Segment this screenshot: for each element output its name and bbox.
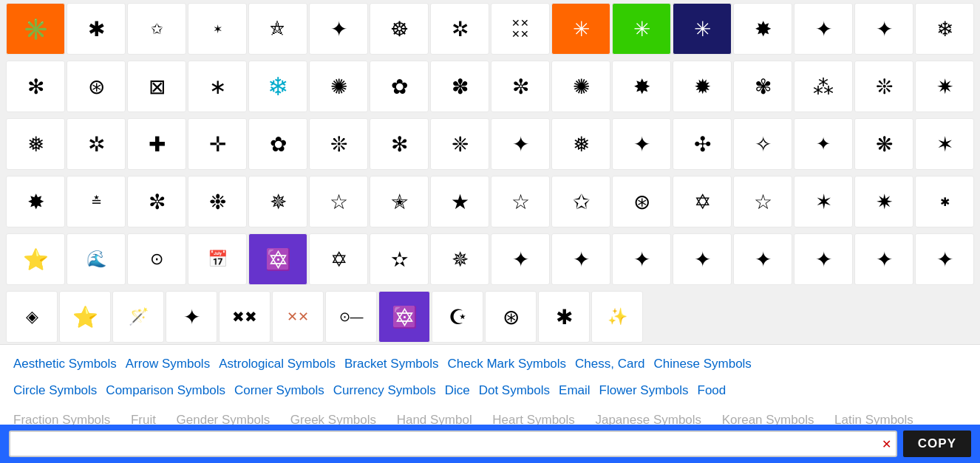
symbol-cell[interactable]: ✦: [854, 3, 913, 55]
symbol-cell[interactable]: ☪: [432, 291, 483, 343]
symbol-cell[interactable]: ✦: [309, 3, 368, 55]
symbol-cell[interactable]: ⊛: [612, 176, 671, 227]
symbol-cell[interactable]: ❊: [854, 61, 913, 112]
symbol-cell[interactable]: ✣: [673, 118, 732, 170]
symbol-cell[interactable]: ☆: [309, 176, 368, 227]
symbol-cell[interactable]: ✶: [915, 118, 974, 170]
category-email[interactable]: Email: [557, 380, 592, 401]
symbol-cell[interactable]: ❉: [188, 176, 247, 227]
category-food[interactable]: Food: [696, 380, 728, 401]
symbol-cell[interactable]: ✲: [67, 118, 126, 170]
category-chinese[interactable]: Chinese Symbols: [653, 354, 753, 374]
symbol-cell[interactable]: ⊛: [485, 291, 537, 343]
symbol-cell[interactable]: ✭: [370, 176, 429, 227]
symbol-cell[interactable]: ✱: [67, 3, 126, 55]
symbol-cell[interactable]: ∗: [188, 61, 247, 112]
symbol-cell[interactable]: ✿: [370, 61, 429, 112]
symbol-cell[interactable]: ❄: [248, 61, 307, 112]
symbol-cell[interactable]: ✶: [794, 176, 853, 227]
category-aesthetic[interactable]: Aesthetic Symbols: [12, 354, 118, 374]
symbol-cell[interactable]: ✦: [673, 233, 732, 285]
category-chess[interactable]: Chess, Card: [574, 354, 646, 374]
category-corner[interactable]: Corner Symbols: [233, 380, 326, 401]
symbol-cell[interactable]: ✦: [794, 233, 853, 285]
symbol-cell[interactable]: ✶: [188, 3, 247, 55]
symbol-cell-green[interactable]: ✳: [612, 3, 671, 55]
symbol-cell[interactable]: ≛: [67, 176, 126, 227]
symbol-cell[interactable]: ✹: [673, 61, 732, 112]
symbol-cell[interactable]: ✼: [127, 176, 186, 227]
category-circle[interactable]: Circle Symbols: [12, 380, 98, 401]
symbol-cell[interactable]: ✺: [309, 61, 368, 112]
symbol-cell[interactable]: ✽: [430, 61, 489, 112]
symbol-cell[interactable]: ✕✕: [272, 291, 324, 343]
symbol-cell[interactable]: ✦: [491, 233, 550, 285]
symbol-cell[interactable]: 🌊: [67, 233, 126, 285]
symbol-cell[interactable]: ✸: [6, 176, 65, 227]
symbol-cell[interactable]: ⛤: [248, 3, 307, 55]
symbol-cell[interactable]: 🪄: [112, 291, 164, 343]
symbol-cell[interactable]: ✦: [854, 233, 913, 285]
symbol-cell[interactable]: ✻: [370, 118, 429, 170]
symbol-cell-orange[interactable]: ✳: [551, 3, 610, 55]
symbol-cell-purple2[interactable]: 🔯: [378, 291, 430, 343]
symbol-cell[interactable]: ⊙: [127, 233, 186, 285]
symbol-cell[interactable]: ⁂: [794, 61, 853, 112]
symbol-cell[interactable]: ✸: [733, 3, 792, 55]
symbol-cell[interactable]: ❅: [551, 118, 610, 170]
symbol-cell[interactable]: ✡: [673, 176, 732, 227]
symbol-cell[interactable]: ✚: [127, 118, 186, 170]
symbol-cell-dark[interactable]: ✳: [673, 3, 732, 55]
symbol-cell[interactable]: ✵: [430, 233, 489, 285]
symbol-cell[interactable]: ✦: [491, 118, 550, 170]
category-arrow[interactable]: Arrow Symbols: [124, 354, 211, 374]
symbol-cell[interactable]: ✲: [430, 3, 489, 55]
category-currency[interactable]: Currency Symbols: [332, 380, 438, 401]
symbol-cell[interactable]: ✾: [733, 61, 792, 112]
symbol-cell[interactable]: ✿: [248, 118, 307, 170]
symbol-cell[interactable]: 📅: [188, 233, 247, 285]
category-checkmark[interactable]: Check Mark Symbols: [446, 354, 568, 374]
symbol-cell[interactable]: ✨: [591, 291, 643, 343]
symbol-cell[interactable]: ✫: [370, 233, 429, 285]
symbol-cell[interactable]: ✦: [612, 118, 671, 170]
category-flower[interactable]: Flower Symbols: [598, 380, 690, 401]
symbol-cell[interactable]: ✩: [127, 3, 186, 55]
symbol-cell[interactable]: ⊠: [127, 61, 186, 112]
symbol-cell[interactable]: ✼: [491, 61, 550, 112]
category-astrological[interactable]: Astrological Symbols: [217, 354, 337, 374]
symbol-cell[interactable]: ❈: [430, 118, 489, 170]
symbol-cell[interactable]: ✻: [6, 61, 65, 112]
symbol-cell[interactable]: ☆: [491, 176, 550, 227]
symbol-cell[interactable]: ✸: [612, 61, 671, 112]
symbol-cell[interactable]: ⭐: [59, 291, 111, 343]
symbol-cell[interactable]: ✱: [538, 291, 590, 343]
symbol-cell[interactable]: ✦: [794, 118, 853, 170]
symbol-cell[interactable]: ✷: [854, 176, 913, 227]
symbol-cell-purple[interactable]: 🔯: [248, 233, 307, 285]
symbol-cell[interactable]: ✦: [733, 233, 792, 285]
symbol-cell[interactable]: ❋: [854, 118, 913, 170]
symbol-cell[interactable]: ✕✕✕✕: [491, 3, 550, 55]
symbol-cell[interactable]: ✱: [915, 176, 974, 227]
category-bracket[interactable]: Bracket Symbols: [343, 354, 440, 374]
symbol-cell[interactable]: ✡: [309, 233, 368, 285]
symbol-cell[interactable]: ❊: [309, 118, 368, 170]
symbol-cell[interactable]: ☆: [733, 176, 792, 227]
symbol-cell[interactable]: ✵: [248, 176, 307, 227]
symbol-cell[interactable]: ✦: [794, 3, 853, 55]
category-comparison[interactable]: Comparison Symbols: [104, 380, 227, 401]
category-dot[interactable]: Dot Symbols: [477, 380, 551, 401]
symbol-cell[interactable]: ⊙—: [325, 291, 377, 343]
symbol-cell[interactable]: ☸: [370, 3, 429, 55]
symbol-cell[interactable]: ✦: [612, 233, 671, 285]
symbol-cell[interactable]: ⊛: [67, 61, 126, 112]
symbol-cell[interactable]: ◈: [6, 291, 58, 343]
symbol-cell[interactable]: ✺: [551, 61, 610, 112]
symbol-cell[interactable]: ✦: [915, 233, 974, 285]
symbol-cell[interactable]: ❅: [6, 118, 65, 170]
symbol-cell[interactable]: ❄: [915, 3, 974, 55]
symbol-cell[interactable]: ★: [430, 176, 489, 227]
symbol-cell[interactable]: ✩: [551, 176, 610, 227]
symbol-cell[interactable]: ✦: [551, 233, 610, 285]
